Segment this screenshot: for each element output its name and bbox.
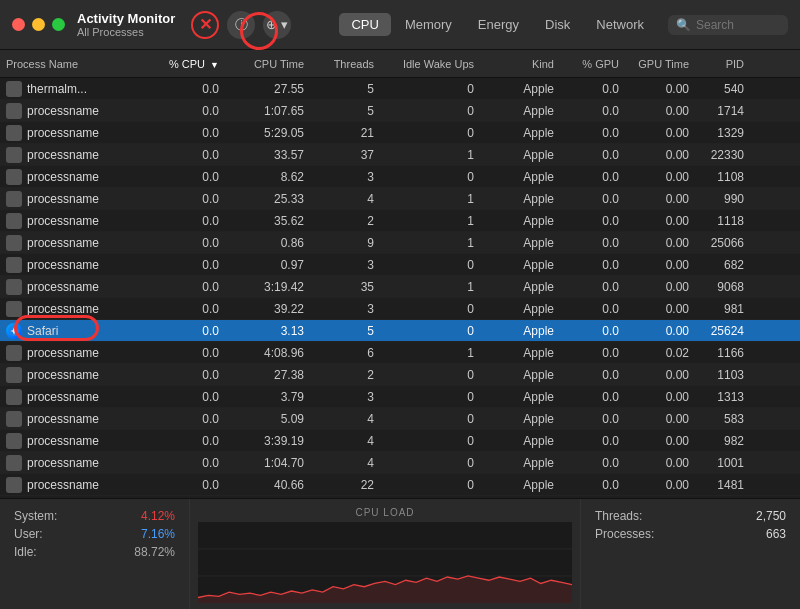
view-options-button[interactable]: ⊕ ▾ (263, 11, 291, 39)
cell-cpu: 0.0 (155, 456, 225, 470)
app-icon (6, 301, 22, 317)
table-row[interactable]: processname0.040.66220Apple0.00.001481 (0, 474, 800, 496)
process-name-text: processname (27, 368, 99, 382)
cell-gpu: 0.0 (560, 126, 625, 140)
table-row[interactable]: processname0.033.57371Apple0.00.0022330 (0, 144, 800, 166)
table-row[interactable]: processname0.039.2230Apple0.00.00981 (0, 298, 800, 320)
cell-gpu-time: 0.00 (625, 412, 695, 426)
col-threads[interactable]: Threads (310, 58, 380, 70)
cell-process-name: processname (0, 411, 155, 427)
table-row[interactable]: processname0.03.7930Apple0.00.001313 (0, 386, 800, 408)
cell-kind: Apple (480, 82, 560, 96)
tab-memory[interactable]: Memory (393, 13, 464, 36)
cell-kind: Apple (480, 368, 560, 382)
table-header: Process Name % CPU ▼ CPU Time Threads Id… (0, 50, 800, 78)
cpu-stats-panel: System: 4.12% User: 7.16% Idle: 88.72% (0, 499, 190, 609)
col-kind[interactable]: Kind (480, 58, 560, 70)
processes-stat-row: Processes: 663 (595, 527, 786, 541)
col-gpu-pct[interactable]: % GPU (560, 58, 625, 70)
col-idle-wakeups[interactable]: Idle Wake Ups (380, 58, 480, 70)
search-input[interactable] (696, 18, 776, 32)
cell-gpu-time: 0.00 (625, 214, 695, 228)
info-button[interactable]: ⓘ (227, 11, 255, 39)
app-icon (6, 279, 22, 295)
cell-kind: Apple (480, 324, 560, 338)
table-row[interactable]: processname0.025.3341Apple0.00.00990 (0, 188, 800, 210)
app-icon (6, 191, 22, 207)
cell-gpu: 0.0 (560, 236, 625, 250)
cell-gpu: 0.0 (560, 280, 625, 294)
table-row[interactable]: processname0.01:04.7040Apple0.00.001001 (0, 452, 800, 474)
table-row[interactable]: processname0.04:08.9661Apple0.00.021166 (0, 342, 800, 364)
table-row[interactable]: processname0.03:39.1940Apple0.00.00982 (0, 430, 800, 452)
process-name-text: processname (27, 104, 99, 118)
cell-process-name: thermalm... (0, 81, 155, 97)
idle-value: 88.72% (134, 545, 175, 559)
table-row[interactable]: Safari0.03.1350Apple0.00.0025624 (0, 320, 800, 342)
process-name-text: processname (27, 412, 99, 426)
cell-gpu: 0.0 (560, 82, 625, 96)
cell-gpu-time: 0.00 (625, 368, 695, 382)
tab-network[interactable]: Network (584, 13, 656, 36)
cell-threads: 2 (310, 214, 380, 228)
cell-kind: Apple (480, 280, 560, 294)
search-box[interactable]: 🔍 (668, 15, 788, 35)
col-process-name[interactable]: Process Name (0, 58, 155, 70)
app-icon (6, 213, 22, 229)
table-row[interactable]: processname0.00.8691Apple0.00.0025066 (0, 232, 800, 254)
cell-cpu: 0.0 (155, 104, 225, 118)
table-row[interactable]: processname0.00.9730Apple0.00.00682 (0, 254, 800, 276)
cell-gpu-time: 0.00 (625, 148, 695, 162)
cell-gpu-time: 0.00 (625, 478, 695, 492)
cell-gpu: 0.0 (560, 258, 625, 272)
cell-cpu-time: 40.66 (225, 478, 310, 492)
cell-kind: Apple (480, 126, 560, 140)
app-icon (6, 367, 22, 383)
close-button[interactable] (12, 18, 25, 31)
cell-pid: 1166 (695, 346, 750, 360)
cell-cpu-time: 33.57 (225, 148, 310, 162)
col-cpu-pct[interactable]: % CPU ▼ (155, 58, 225, 70)
cell-process-name: processname (0, 279, 155, 295)
processes-value: 663 (766, 527, 786, 541)
table-row[interactable]: thermalm...0.027.5550Apple0.00.00540 (0, 78, 800, 100)
cell-cpu: 0.0 (155, 368, 225, 382)
cell-cpu: 0.0 (155, 170, 225, 184)
app-icon (6, 81, 22, 97)
processes-label: Processes: (595, 527, 654, 541)
traffic-lights (12, 18, 65, 31)
cell-pid: 540 (695, 82, 750, 96)
cell-gpu-time: 0.02 (625, 346, 695, 360)
tab-disk[interactable]: Disk (533, 13, 582, 36)
table-row[interactable]: processname0.08.6230Apple0.00.001108 (0, 166, 800, 188)
stop-button[interactable]: ✕ (191, 11, 219, 39)
cell-idle-wakeups: 1 (380, 280, 480, 294)
minimize-button[interactable] (32, 18, 45, 31)
cell-gpu: 0.0 (560, 368, 625, 382)
sort-arrow: ▼ (210, 60, 219, 70)
cell-threads: 3 (310, 302, 380, 316)
process-name-text: processname (27, 170, 99, 184)
cell-gpu-time: 0.00 (625, 104, 695, 118)
cell-kind: Apple (480, 412, 560, 426)
maximize-button[interactable] (52, 18, 65, 31)
cell-gpu-time: 0.00 (625, 456, 695, 470)
table-row[interactable]: processname0.027.3820Apple0.00.001103 (0, 364, 800, 386)
col-pid[interactable]: PID (695, 58, 750, 70)
table-row[interactable]: processname0.03:19.42351Apple0.00.009068 (0, 276, 800, 298)
cell-gpu-time: 0.00 (625, 258, 695, 272)
col-cpu-time[interactable]: CPU Time (225, 58, 310, 70)
table-row[interactable]: processname0.05.0940Apple0.00.00583 (0, 408, 800, 430)
cell-threads: 6 (310, 346, 380, 360)
process-name-text: processname (27, 434, 99, 448)
tab-cpu[interactable]: CPU (339, 13, 390, 36)
table-row[interactable]: processname0.035.6221Apple0.00.001118 (0, 210, 800, 232)
tab-energy[interactable]: Energy (466, 13, 531, 36)
table-row[interactable]: processname0.05:29.05210Apple0.00.001329 (0, 122, 800, 144)
cell-cpu: 0.0 (155, 412, 225, 426)
cell-gpu: 0.0 (560, 456, 625, 470)
col-gpu-time[interactable]: GPU Time (625, 58, 695, 70)
app-icon (6, 455, 22, 471)
table-row[interactable]: processname0.01:07.6550Apple0.00.001714 (0, 100, 800, 122)
cell-gpu: 0.0 (560, 390, 625, 404)
